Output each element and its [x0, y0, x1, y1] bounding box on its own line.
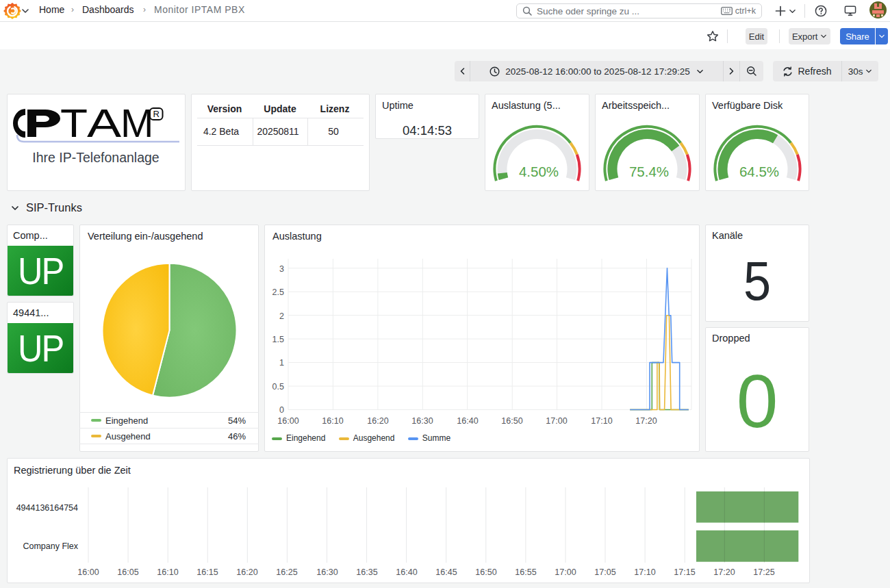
svg-text:M: M — [120, 102, 153, 145]
svg-text:64.5%: 64.5% — [739, 164, 779, 179]
svg-text:75.4%: 75.4% — [629, 164, 669, 179]
svg-text:R: R — [153, 109, 160, 119]
svg-text:4.50%: 4.50% — [519, 164, 559, 179]
svg-text:Ihre IP-Telefonanlage: Ihre IP-Telefonanlage — [32, 150, 159, 165]
svg-text:T: T — [60, 101, 88, 145]
svg-text:A: A — [87, 102, 122, 145]
